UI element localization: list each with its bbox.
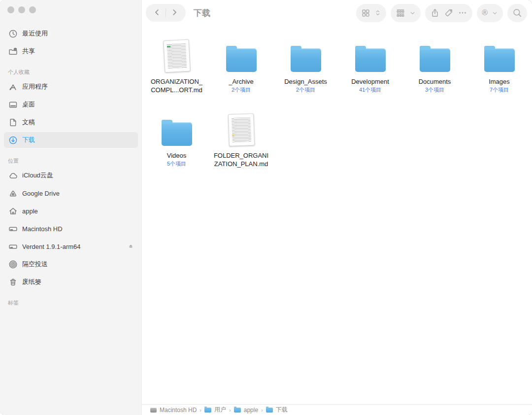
folder-small-icon: [234, 408, 241, 413]
sidebar-item-desktop[interactable]: 桌面: [4, 97, 138, 112]
sidebar-item-label: Verdent 1.9.1-arm64: [22, 243, 81, 250]
path-separator: ›: [261, 407, 263, 413]
folder-icon: [355, 39, 386, 72]
chevron-down-icon: [492, 10, 498, 16]
path-segment-label: 下载: [276, 406, 288, 414]
drive-small-icon: [150, 408, 157, 413]
sidebar-nav: 最近使用共享个人收藏应用程序桌面文稿下载位置iCloud云盘Google Dri…: [0, 26, 142, 310]
path-bar: Macintosh HD›用户›apple›下载: [142, 404, 532, 415]
registered-icon: ®: [482, 9, 488, 17]
path-segment[interactable]: apple: [234, 407, 258, 414]
sidebar-item-airdrop[interactable]: 隔空投送: [4, 256, 138, 272]
folder-glyph: [484, 48, 515, 72]
sidebar-item-applications[interactable]: 应用程序: [4, 79, 138, 95]
folder-glyph: [226, 48, 257, 72]
sidebar-item-label: iCloud云盘: [22, 171, 53, 180]
file-item[interactable]: FOLDER_ORGANIZATION_PLAN.md: [209, 113, 273, 187]
file-name: Design_Assets: [284, 77, 327, 86]
actions-button[interactable]: [425, 4, 472, 22]
file-item-count: 5个项目: [167, 160, 186, 168]
eject-icon[interactable]: [128, 243, 134, 250]
chevron-right-icon: [170, 8, 179, 18]
file-name: FOLDER_ORGANIZATION_PLAN.md: [214, 151, 268, 168]
file-grid: ORGANIZATION_COMPL...ORT.md_Archive2个项目D…: [142, 26, 532, 187]
file-item[interactable]: _Archive2个项目: [209, 39, 273, 113]
search-button[interactable]: [507, 4, 527, 22]
drive-icon: [8, 242, 18, 251]
file-name: _Archive: [229, 77, 254, 86]
file-item-count: 7个项目: [490, 86, 509, 94]
close-button[interactable]: [7, 6, 14, 13]
appstore-icon: [8, 82, 18, 92]
extension-button[interactable]: ®: [477, 4, 503, 22]
sidebar-item-home[interactable]: apple: [4, 203, 138, 219]
path-segment[interactable]: 下载: [266, 406, 288, 414]
file-name: Images: [489, 77, 510, 86]
document-glyph: [228, 113, 254, 146]
folder-glyph: [291, 48, 321, 72]
sidebar-item-icloud[interactable]: iCloud云盘: [4, 168, 138, 183]
path-segment-label: apple: [244, 407, 258, 414]
trash-icon: [8, 277, 18, 287]
folder-icon: [162, 113, 192, 146]
file-item[interactable]: Design_Assets2个项目: [273, 39, 338, 113]
finder-window: 最近使用共享个人收藏应用程序桌面文稿下载位置iCloud云盘Google Dri…: [0, 0, 532, 415]
folder-glyph: [162, 122, 192, 146]
window-title: 下载: [194, 7, 210, 19]
sidebar-section-header: 位置: [4, 157, 138, 165]
file-item[interactable]: Development41个项目: [338, 39, 402, 113]
folder-icon: [291, 39, 321, 72]
tag-icon: [444, 8, 454, 18]
sidebar-item-label: Macintosh HD: [22, 225, 63, 233]
sidebar-item-label: 文稿: [22, 118, 35, 127]
sidebar-item-trash[interactable]: 废纸篓: [4, 274, 138, 290]
drive-icon: [8, 224, 18, 234]
sidebar-item-shared[interactable]: 共享: [4, 43, 138, 59]
group-by-button[interactable]: [391, 4, 421, 22]
sidebar: 最近使用共享个人收藏应用程序桌面文稿下载位置iCloud云盘Google Dri…: [0, 0, 142, 415]
search-icon: [512, 8, 522, 18]
sidebar-item-label: 桌面: [22, 100, 35, 109]
file-item[interactable]: Images7个项目: [467, 39, 532, 113]
path-separator: ›: [229, 407, 231, 413]
toolbar: 下载 ®: [142, 0, 532, 26]
sidebar-item-recents[interactable]: 最近使用: [4, 26, 138, 41]
back-button[interactable]: [149, 5, 166, 20]
folder-icon: [226, 39, 257, 72]
file-item[interactable]: Videos5个项目: [144, 113, 209, 187]
sidebar-item-label: 共享: [22, 47, 35, 56]
file-name: Documents: [419, 77, 451, 86]
markdown-file-icon: [164, 39, 190, 72]
file-item-count: 2个项目: [232, 86, 251, 94]
sidebar-item-label: 隔空投送: [22, 260, 48, 269]
file-name: ORGANIZATION_COMPL...ORT.md: [151, 77, 202, 94]
sidebar-item-label: 最近使用: [22, 29, 48, 38]
path-segment-label: Macintosh HD: [160, 407, 197, 414]
zoom-button[interactable]: [29, 6, 36, 13]
sidebar-item-documents[interactable]: 文稿: [4, 114, 138, 130]
sidebar-item-google-drive[interactable]: Google Drive: [4, 185, 138, 201]
navigation-buttons: [146, 4, 186, 22]
path-segment[interactable]: Macintosh HD: [150, 407, 197, 414]
sidebar-item-macintosh-hd[interactable]: Macintosh HD: [4, 221, 138, 237]
gdrive-icon: [8, 188, 18, 198]
file-item-count: 3个项目: [425, 86, 444, 94]
cloud-icon: [8, 171, 18, 180]
minimize-button[interactable]: [18, 6, 25, 13]
file-item[interactable]: ORGANIZATION_COMPL...ORT.md: [144, 39, 209, 113]
sidebar-item-downloads[interactable]: 下载: [4, 132, 138, 148]
airdrop-icon: [8, 259, 18, 269]
registered-glyph: ®: [482, 9, 488, 17]
sidebar-item-verdent-volume[interactable]: Verdent 1.9.1-arm64: [4, 239, 138, 254]
document-icon: [8, 117, 18, 127]
file-item[interactable]: Documents3个项目: [402, 39, 467, 113]
folder-glyph: [355, 48, 386, 72]
toolbar-buttons: ®: [352, 4, 527, 22]
forward-button[interactable]: [166, 5, 183, 20]
chevrons-up-down-icon: [374, 9, 381, 16]
folder-small-icon: [204, 408, 211, 413]
folder-glyph: [420, 48, 450, 72]
grid-view-icon: [361, 8, 370, 18]
path-segment[interactable]: 用户: [204, 406, 226, 414]
view-switcher-button[interactable]: [356, 4, 386, 22]
